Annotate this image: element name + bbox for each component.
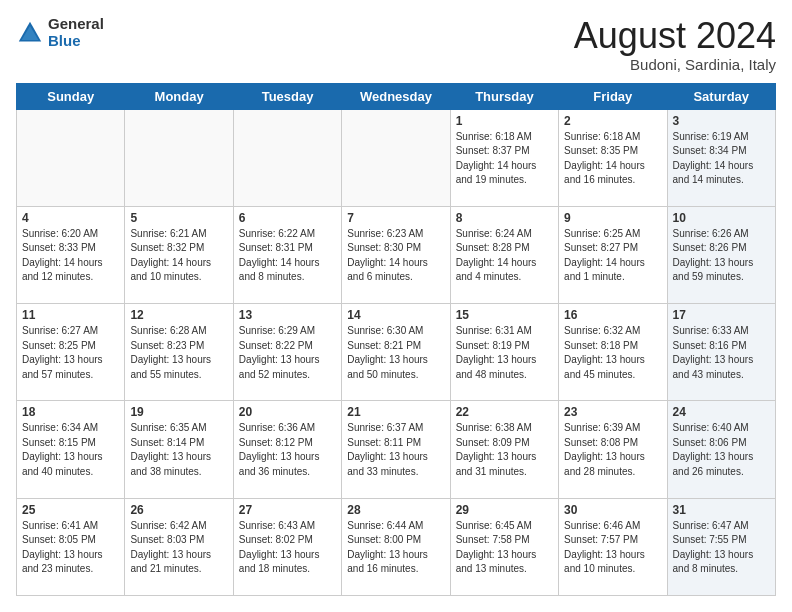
cell-info: Sunrise: 6:27 AM Sunset: 8:25 PM Dayligh… (22, 324, 119, 382)
day-number: 5 (130, 211, 227, 225)
day-cell: 28Sunrise: 6:44 AM Sunset: 8:00 PM Dayli… (342, 498, 450, 595)
header: General Blue August 2024 Budoni, Sardini… (16, 16, 776, 73)
cell-info: Sunrise: 6:37 AM Sunset: 8:11 PM Dayligh… (347, 421, 444, 479)
cell-info: Sunrise: 6:39 AM Sunset: 8:08 PM Dayligh… (564, 421, 661, 479)
day-number: 14 (347, 308, 444, 322)
cell-info: Sunrise: 6:36 AM Sunset: 8:12 PM Dayligh… (239, 421, 336, 479)
day-header-tuesday: Tuesday (233, 83, 341, 109)
week-row-4: 18Sunrise: 6:34 AM Sunset: 8:15 PM Dayli… (17, 401, 776, 498)
day-number: 11 (22, 308, 119, 322)
cell-info: Sunrise: 6:38 AM Sunset: 8:09 PM Dayligh… (456, 421, 553, 479)
day-cell: 22Sunrise: 6:38 AM Sunset: 8:09 PM Dayli… (450, 401, 558, 498)
day-number: 9 (564, 211, 661, 225)
week-row-1: 1Sunrise: 6:18 AM Sunset: 8:37 PM Daylig… (17, 109, 776, 206)
day-number: 23 (564, 405, 661, 419)
day-number: 1 (456, 114, 553, 128)
day-number: 22 (456, 405, 553, 419)
cell-info: Sunrise: 6:23 AM Sunset: 8:30 PM Dayligh… (347, 227, 444, 285)
day-cell: 4Sunrise: 6:20 AM Sunset: 8:33 PM Daylig… (17, 206, 125, 303)
logo-general-label: General (48, 16, 104, 33)
cell-info: Sunrise: 6:26 AM Sunset: 8:26 PM Dayligh… (673, 227, 770, 285)
cell-info: Sunrise: 6:18 AM Sunset: 8:37 PM Dayligh… (456, 130, 553, 188)
cell-info: Sunrise: 6:18 AM Sunset: 8:35 PM Dayligh… (564, 130, 661, 188)
day-cell (342, 109, 450, 206)
day-header-saturday: Saturday (667, 83, 775, 109)
cell-info: Sunrise: 6:25 AM Sunset: 8:27 PM Dayligh… (564, 227, 661, 285)
logo-text: General Blue (48, 16, 104, 49)
day-header-sunday: Sunday (17, 83, 125, 109)
day-header-wednesday: Wednesday (342, 83, 450, 109)
cell-info: Sunrise: 6:21 AM Sunset: 8:32 PM Dayligh… (130, 227, 227, 285)
day-cell (17, 109, 125, 206)
day-number: 29 (456, 503, 553, 517)
day-cell: 12Sunrise: 6:28 AM Sunset: 8:23 PM Dayli… (125, 304, 233, 401)
cell-info: Sunrise: 6:24 AM Sunset: 8:28 PM Dayligh… (456, 227, 553, 285)
day-cell (233, 109, 341, 206)
day-number: 2 (564, 114, 661, 128)
week-row-3: 11Sunrise: 6:27 AM Sunset: 8:25 PM Dayli… (17, 304, 776, 401)
day-number: 28 (347, 503, 444, 517)
day-header-monday: Monday (125, 83, 233, 109)
day-cell: 27Sunrise: 6:43 AM Sunset: 8:02 PM Dayli… (233, 498, 341, 595)
cell-info: Sunrise: 6:43 AM Sunset: 8:02 PM Dayligh… (239, 519, 336, 577)
day-cell: 9Sunrise: 6:25 AM Sunset: 8:27 PM Daylig… (559, 206, 667, 303)
day-number: 4 (22, 211, 119, 225)
day-cell: 10Sunrise: 6:26 AM Sunset: 8:26 PM Dayli… (667, 206, 775, 303)
cell-info: Sunrise: 6:31 AM Sunset: 8:19 PM Dayligh… (456, 324, 553, 382)
page: General Blue August 2024 Budoni, Sardini… (0, 0, 792, 612)
day-cell: 14Sunrise: 6:30 AM Sunset: 8:21 PM Dayli… (342, 304, 450, 401)
day-number: 27 (239, 503, 336, 517)
day-cell: 6Sunrise: 6:22 AM Sunset: 8:31 PM Daylig… (233, 206, 341, 303)
day-cell: 18Sunrise: 6:34 AM Sunset: 8:15 PM Dayli… (17, 401, 125, 498)
day-cell: 19Sunrise: 6:35 AM Sunset: 8:14 PM Dayli… (125, 401, 233, 498)
day-number: 15 (456, 308, 553, 322)
day-number: 25 (22, 503, 119, 517)
cell-info: Sunrise: 6:22 AM Sunset: 8:31 PM Dayligh… (239, 227, 336, 285)
day-number: 16 (564, 308, 661, 322)
day-cell: 31Sunrise: 6:47 AM Sunset: 7:55 PM Dayli… (667, 498, 775, 595)
day-number: 13 (239, 308, 336, 322)
day-cell: 26Sunrise: 6:42 AM Sunset: 8:03 PM Dayli… (125, 498, 233, 595)
logo-icon (16, 19, 44, 47)
day-number: 19 (130, 405, 227, 419)
day-number: 10 (673, 211, 770, 225)
cell-info: Sunrise: 6:30 AM Sunset: 8:21 PM Dayligh… (347, 324, 444, 382)
day-cell: 8Sunrise: 6:24 AM Sunset: 8:28 PM Daylig… (450, 206, 558, 303)
header-row: SundayMondayTuesdayWednesdayThursdayFrid… (17, 83, 776, 109)
day-cell: 23Sunrise: 6:39 AM Sunset: 8:08 PM Dayli… (559, 401, 667, 498)
day-cell: 2Sunrise: 6:18 AM Sunset: 8:35 PM Daylig… (559, 109, 667, 206)
day-cell: 25Sunrise: 6:41 AM Sunset: 8:05 PM Dayli… (17, 498, 125, 595)
cell-info: Sunrise: 6:45 AM Sunset: 7:58 PM Dayligh… (456, 519, 553, 577)
day-header-thursday: Thursday (450, 83, 558, 109)
day-cell: 5Sunrise: 6:21 AM Sunset: 8:32 PM Daylig… (125, 206, 233, 303)
title-area: August 2024 Budoni, Sardinia, Italy (574, 16, 776, 73)
day-number: 26 (130, 503, 227, 517)
location: Budoni, Sardinia, Italy (574, 56, 776, 73)
day-cell: 15Sunrise: 6:31 AM Sunset: 8:19 PM Dayli… (450, 304, 558, 401)
week-row-5: 25Sunrise: 6:41 AM Sunset: 8:05 PM Dayli… (17, 498, 776, 595)
calendar-table: SundayMondayTuesdayWednesdayThursdayFrid… (16, 83, 776, 596)
day-number: 18 (22, 405, 119, 419)
logo-blue-label: Blue (48, 33, 104, 50)
day-cell: 1Sunrise: 6:18 AM Sunset: 8:37 PM Daylig… (450, 109, 558, 206)
day-cell: 20Sunrise: 6:36 AM Sunset: 8:12 PM Dayli… (233, 401, 341, 498)
day-number: 7 (347, 211, 444, 225)
day-number: 3 (673, 114, 770, 128)
day-cell: 7Sunrise: 6:23 AM Sunset: 8:30 PM Daylig… (342, 206, 450, 303)
day-number: 20 (239, 405, 336, 419)
cell-info: Sunrise: 6:42 AM Sunset: 8:03 PM Dayligh… (130, 519, 227, 577)
day-cell: 30Sunrise: 6:46 AM Sunset: 7:57 PM Dayli… (559, 498, 667, 595)
day-cell: 16Sunrise: 6:32 AM Sunset: 8:18 PM Dayli… (559, 304, 667, 401)
cell-info: Sunrise: 6:44 AM Sunset: 8:00 PM Dayligh… (347, 519, 444, 577)
cell-info: Sunrise: 6:41 AM Sunset: 8:05 PM Dayligh… (22, 519, 119, 577)
cell-info: Sunrise: 6:32 AM Sunset: 8:18 PM Dayligh… (564, 324, 661, 382)
cell-info: Sunrise: 6:33 AM Sunset: 8:16 PM Dayligh… (673, 324, 770, 382)
cell-info: Sunrise: 6:20 AM Sunset: 8:33 PM Dayligh… (22, 227, 119, 285)
cell-info: Sunrise: 6:35 AM Sunset: 8:14 PM Dayligh… (130, 421, 227, 479)
cell-info: Sunrise: 6:19 AM Sunset: 8:34 PM Dayligh… (673, 130, 770, 188)
day-cell: 11Sunrise: 6:27 AM Sunset: 8:25 PM Dayli… (17, 304, 125, 401)
day-cell: 21Sunrise: 6:37 AM Sunset: 8:11 PM Dayli… (342, 401, 450, 498)
day-number: 6 (239, 211, 336, 225)
cell-info: Sunrise: 6:40 AM Sunset: 8:06 PM Dayligh… (673, 421, 770, 479)
day-number: 17 (673, 308, 770, 322)
